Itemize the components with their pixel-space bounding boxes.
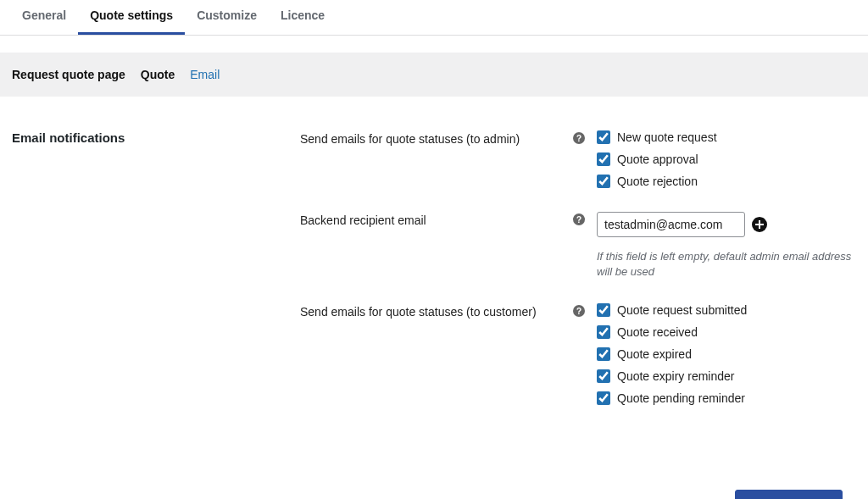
checkbox-quote-expired[interactable] — [597, 347, 610, 361]
top-tabs: General Quote settings Customize Licence — [0, 0, 868, 36]
footer: Update settings — [0, 439, 868, 499]
help-icon[interactable]: ? — [573, 305, 585, 317]
tab-customize[interactable]: Customize — [185, 0, 269, 35]
tab-licence[interactable]: Licence — [269, 0, 337, 35]
subnav-quote[interactable]: Quote — [141, 68, 175, 81]
update-settings-button[interactable]: Update settings — [735, 490, 843, 499]
checkbox-quote-request-submitted[interactable] — [597, 303, 610, 317]
add-email-button[interactable] — [752, 217, 767, 232]
recipient-email-label: Backend recipient email — [300, 212, 571, 227]
checkbox-new-quote-request[interactable] — [597, 130, 610, 144]
admin-status-checkboxes: New quote request Quote approval Quote r… — [597, 130, 856, 188]
checkbox-label-quote-expired[interactable]: Quote expired — [617, 347, 692, 361]
checkbox-label-quote-rejection[interactable]: Quote rejection — [617, 175, 698, 188]
plus-icon — [755, 220, 764, 229]
admin-statuses-label: Send emails for quote statuses (to admin… — [300, 130, 571, 146]
checkbox-label-quote-pending-reminder[interactable]: Quote pending reminder — [617, 391, 745, 405]
tab-general[interactable]: General — [10, 0, 78, 35]
sub-nav: Request quote page Quote Email — [0, 53, 868, 97]
tab-quote-settings[interactable]: Quote settings — [78, 0, 185, 35]
checkbox-quote-expiry-reminder[interactable] — [597, 369, 610, 383]
checkbox-label-quote-expiry-reminder[interactable]: Quote expiry reminder — [617, 369, 735, 383]
subnav-email[interactable]: Email — [190, 68, 220, 81]
customer-status-checkboxes: Quote request submitted Quote received Q… — [597, 303, 856, 405]
recipient-email-input[interactable] — [597, 212, 745, 237]
checkbox-quote-received[interactable] — [597, 325, 610, 339]
checkbox-label-quote-received[interactable]: Quote received — [617, 325, 698, 339]
help-icon[interactable]: ? — [573, 132, 585, 144]
checkbox-label-quote-request-submitted[interactable]: Quote request submitted — [617, 303, 747, 317]
checkbox-label-quote-approval[interactable]: Quote approval — [617, 152, 698, 166]
recipient-email-hint: If this field is left empty, default adm… — [597, 249, 856, 280]
checkbox-label-new-quote-request[interactable]: New quote request — [617, 130, 717, 144]
help-icon[interactable]: ? — [573, 213, 585, 225]
section-title: Email notifications — [12, 130, 300, 145]
settings-content: Email notifications Send emails for quot… — [0, 97, 868, 439]
subnav-request-quote-page[interactable]: Request quote page — [12, 68, 125, 81]
customer-statuses-label: Send emails for quote statuses (to custo… — [300, 303, 571, 319]
checkbox-quote-approval[interactable] — [597, 152, 610, 166]
checkbox-quote-rejection[interactable] — [597, 175, 610, 188]
checkbox-quote-pending-reminder[interactable] — [597, 391, 610, 405]
